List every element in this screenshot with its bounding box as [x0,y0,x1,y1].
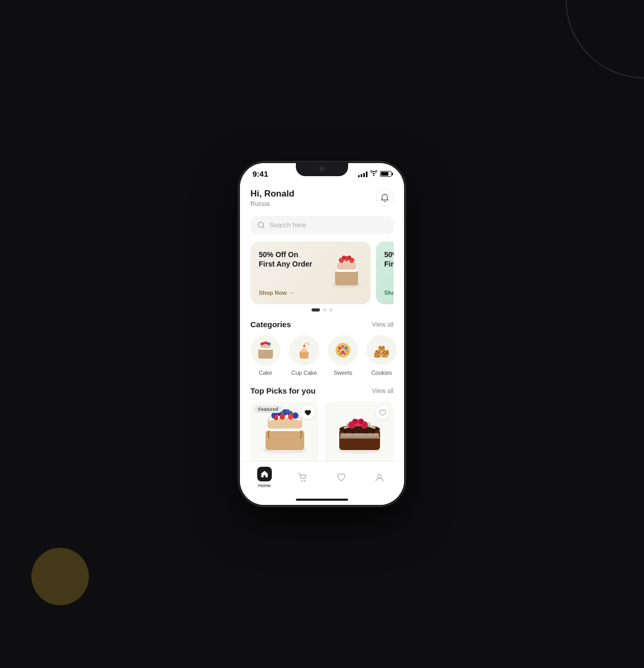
svg-point-9 [342,256,346,260]
svg-rect-48 [266,430,304,450]
banner-scroll[interactable]: 50% Off OnFirst Any Order Shop Now → [250,241,394,304]
profile-icon [375,473,384,482]
svg-rect-5 [337,261,356,270]
category-sweets-label: Sweets [334,370,352,376]
banner-1-shop-label: Shop Now → [259,290,294,296]
svg-point-71 [357,422,359,424]
svg-point-25 [338,347,341,350]
svg-point-42 [386,352,387,353]
pick-heart-2[interactable] [376,406,389,419]
status-time: 9:41 [252,169,268,178]
bg-decoration-gold [31,548,89,605]
svg-point-0 [258,222,263,227]
phone-mockup: 9:41 [238,162,406,506]
svg-point-58 [280,413,285,420]
svg-point-29 [341,351,344,354]
top-picks-header: Top Picks for you View all [240,386,404,395]
banner-card-2[interactable]: 50% Off OnFirst Any Order Shop Now → [376,241,394,304]
category-cookies[interactable]: Cookies [366,335,397,376]
svg-point-31 [340,353,342,355]
svg-point-46 [383,347,384,348]
home-icon [260,470,269,478]
dot-2 [323,308,326,312]
pick-badge-1: Featured [255,406,282,413]
categories-header: Categories View all [240,320,404,329]
svg-point-10 [347,256,351,260]
home-indicator [296,499,348,501]
svg-point-60 [274,415,278,420]
cupcake-icon-wrap [289,335,319,365]
category-cupcake-label: Cup Cake [292,370,317,376]
favorite-icon [337,473,346,482]
cookies-icon [371,340,392,361]
cake-icon-wrap [250,335,281,365]
svg-point-36 [378,352,379,353]
bell-icon [381,193,389,202]
category-cookies-label: Cookies [371,370,392,376]
search-bar[interactable]: Search here [250,216,394,234]
heart-outline-icon [379,409,386,416]
home-bar [240,497,404,505]
banner-2-discount: 50% Off OnFirst Any Order [384,250,394,269]
svg-point-17 [262,342,265,345]
wifi-icon [370,170,377,177]
svg-rect-64 [340,433,379,436]
categories-row: Cake [240,335,404,376]
category-cake[interactable]: Cake [250,335,281,376]
svg-point-75 [304,480,306,481]
svg-point-26 [342,345,344,348]
top-picks-view-all[interactable]: View all [372,387,394,395]
dot-1 [312,308,320,312]
nav-home[interactable]: Home [257,467,272,488]
home-nav-icon-wrap [257,467,272,481]
svg-point-57 [285,409,290,413]
svg-point-76 [378,474,382,478]
cake-icon [255,340,276,361]
svg-point-28 [338,350,340,352]
favorites-nav-icon-wrap [334,470,349,485]
top-picks-section: Top Picks for you View all Featured [240,386,404,461]
svg-point-32 [344,353,346,355]
svg-point-69 [359,419,364,424]
search-placeholder: Search here [269,221,306,229]
phone-frame: 9:41 [238,162,406,506]
svg-point-59 [288,413,293,420]
app-header: Hi, Ronald Russia [240,180,404,213]
banner-cake-image [326,251,367,295]
svg-point-35 [376,351,377,352]
category-sweets[interactable]: Sweets [328,335,358,376]
phone-notch [296,162,348,176]
greeting-block: Hi, Ronald Russia [250,189,294,208]
top-picks-title: Top Picks for you [250,386,316,395]
pick-card-2[interactable] [325,401,394,461]
front-camera [319,166,325,171]
battery-icon [380,171,392,177]
category-cupcake[interactable]: Cup Cake [289,335,319,376]
svg-rect-73 [340,436,380,439]
svg-point-24 [336,343,350,358]
nav-profile[interactable] [372,470,387,485]
banner-2-shop[interactable]: Shop Now → [384,290,394,296]
svg-point-72 [363,424,365,426]
sweets-icon [332,340,353,361]
categories-view-all[interactable]: View all [372,321,394,328]
cookies-icon-wrap [366,335,397,365]
nav-cart[interactable] [295,470,310,485]
cart-nav-icon-wrap [295,470,310,485]
svg-rect-3 [335,271,358,285]
notification-button[interactable] [376,189,394,206]
svg-line-1 [263,227,264,228]
nav-favorites[interactable] [334,470,349,485]
search-icon [258,222,265,229]
app-scroll-content[interactable]: Hi, Ronald Russia [240,180,404,461]
picks-grid: Featured [240,401,404,461]
cart-icon [298,473,307,482]
svg-point-37 [377,353,378,354]
pick-heart-1[interactable] [301,406,315,419]
cupcake-icon [294,340,315,361]
pick-card-1[interactable]: Featured [250,401,319,461]
dot-3 [329,308,332,312]
svg-rect-11 [258,349,273,359]
svg-point-45 [382,348,383,349]
banner-card-1[interactable]: 50% Off OnFirst Any Order Shop Now → [250,241,371,304]
